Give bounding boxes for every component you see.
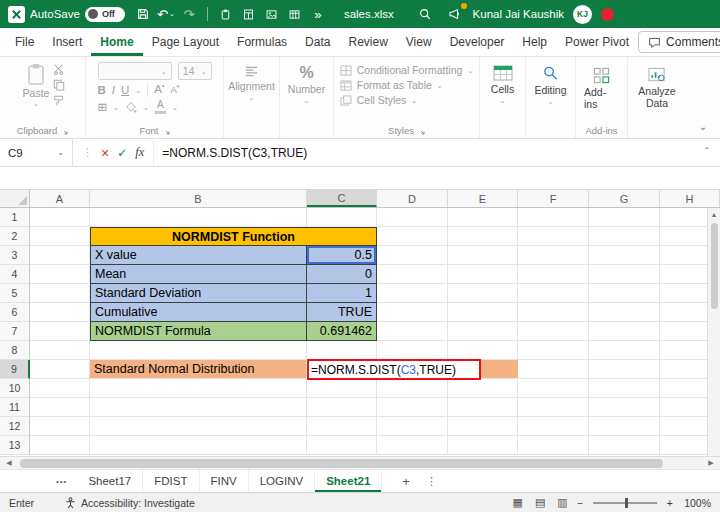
cell[interactable] bbox=[30, 227, 90, 246]
cell[interactable] bbox=[30, 322, 90, 341]
cell[interactable] bbox=[377, 284, 448, 303]
cell-b6-label[interactable]: Cumulative bbox=[90, 303, 307, 322]
cell[interactable] bbox=[589, 265, 660, 284]
horizontal-scrollbar[interactable]: ◀ ▶ bbox=[0, 456, 720, 469]
column-header-f[interactable]: F bbox=[518, 190, 589, 207]
user-name[interactable]: Kunal Jai Kaushik bbox=[473, 8, 564, 20]
zoom-in-icon[interactable]: + bbox=[667, 497, 673, 509]
horizontal-scroll-track[interactable] bbox=[18, 459, 702, 468]
underline-button[interactable]: U bbox=[121, 84, 129, 96]
cell-c9-edit-area[interactable]: =NORM.S.DIST(C3,TRUE) bbox=[307, 360, 518, 379]
fill-color-button[interactable] bbox=[125, 101, 137, 113]
ribbon-tab-review[interactable]: Review bbox=[339, 28, 396, 56]
column-header-h[interactable]: H bbox=[660, 190, 720, 207]
select-all-button[interactable] bbox=[0, 190, 30, 207]
cell-b9-label[interactable]: Standard Normal Distribution bbox=[90, 360, 307, 379]
row-header-3[interactable]: 3 bbox=[0, 246, 30, 265]
ribbon-tab-page-layout[interactable]: Page Layout bbox=[143, 28, 228, 56]
font-name-combobox[interactable]: ⌄ bbox=[98, 62, 172, 80]
normal-view-icon[interactable]: ▦ bbox=[510, 496, 526, 509]
cell-c3-value[interactable]: 0.5 bbox=[307, 246, 377, 265]
cell[interactable] bbox=[377, 322, 448, 341]
column-header-c[interactable]: C bbox=[307, 190, 377, 207]
cell[interactable] bbox=[589, 246, 660, 265]
cell[interactable] bbox=[518, 227, 589, 246]
horizontal-scroll-thumb[interactable] bbox=[20, 459, 663, 468]
ribbon-tab-power-pivot[interactable]: Power Pivot bbox=[556, 28, 638, 56]
cell[interactable] bbox=[518, 246, 589, 265]
comments-button[interactable]: Comments bbox=[638, 31, 720, 53]
scroll-up-icon[interactable]: ▲ bbox=[711, 208, 718, 221]
font-size-combobox[interactable]: 14⌄ bbox=[178, 62, 212, 80]
cell[interactable] bbox=[30, 341, 90, 360]
cell[interactable] bbox=[30, 398, 90, 417]
cells-button[interactable]: Cells ⌄ bbox=[483, 61, 522, 138]
cell[interactable] bbox=[377, 379, 448, 398]
sheet-list-more-icon[interactable]: ••• bbox=[46, 477, 77, 486]
row-header-4[interactable]: 4 bbox=[0, 265, 30, 284]
analyze-data-button[interactable]: Analyze Data bbox=[628, 61, 686, 138]
cell[interactable] bbox=[30, 265, 90, 284]
cell[interactable] bbox=[518, 379, 589, 398]
cell[interactable] bbox=[518, 417, 589, 436]
cell[interactable] bbox=[448, 341, 518, 360]
cell[interactable] bbox=[589, 284, 660, 303]
cell[interactable] bbox=[30, 208, 90, 227]
cell[interactable] bbox=[377, 417, 448, 436]
sheet-tab-sheet17[interactable]: Sheet17 bbox=[77, 470, 143, 492]
cell[interactable] bbox=[90, 379, 307, 398]
accessibility-checker[interactable]: Accessibility: Investigate bbox=[65, 497, 195, 509]
ribbon-tab-developer[interactable]: Developer bbox=[441, 28, 514, 56]
column-header-d[interactable]: D bbox=[377, 190, 448, 207]
sheet-tab-finv[interactable]: FINV bbox=[200, 470, 249, 492]
autosave-toggle[interactable]: Off bbox=[85, 7, 125, 22]
insert-function-button[interactable]: fx bbox=[135, 145, 144, 160]
underline-dropdown-icon[interactable]: ⌄ bbox=[135, 87, 141, 94]
cell[interactable] bbox=[377, 227, 448, 246]
cell-c4-value[interactable]: 0 bbox=[307, 265, 377, 284]
cell[interactable] bbox=[589, 341, 660, 360]
cell[interactable] bbox=[90, 436, 307, 455]
cell[interactable] bbox=[90, 398, 307, 417]
new-sheet-button[interactable]: + bbox=[398, 474, 414, 489]
search-icon[interactable] bbox=[415, 4, 435, 24]
cell-b2-title[interactable]: NORMDIST Function bbox=[90, 227, 377, 246]
cell[interactable] bbox=[518, 341, 589, 360]
cell[interactable] bbox=[377, 303, 448, 322]
ribbon-tab-data[interactable]: Data bbox=[296, 28, 339, 56]
cell[interactable] bbox=[589, 360, 660, 379]
cell[interactable] bbox=[307, 417, 377, 436]
increase-font-button[interactable]: A▴ bbox=[154, 84, 164, 96]
cell[interactable] bbox=[30, 360, 90, 379]
row-header-7[interactable]: 7 bbox=[0, 322, 30, 341]
cell-b3-label[interactable]: X value bbox=[90, 246, 307, 265]
cell-styles-button[interactable]: Cell Styles ⌄ bbox=[340, 94, 474, 106]
clipboard-icon[interactable] bbox=[216, 4, 236, 24]
confirm-entry-button[interactable]: ✓ bbox=[117, 147, 127, 159]
cell[interactable] bbox=[518, 284, 589, 303]
cut-icon[interactable] bbox=[53, 64, 66, 75]
cell[interactable] bbox=[518, 265, 589, 284]
ribbon-tab-help[interactable]: Help bbox=[513, 28, 556, 56]
formula-input[interactable]: =NORM.S.DIST(C3,TRUE) bbox=[153, 139, 694, 166]
cell[interactable] bbox=[90, 208, 307, 227]
cell[interactable] bbox=[448, 208, 518, 227]
cell[interactable] bbox=[307, 436, 377, 455]
vertical-scrollbar[interactable]: ▲ bbox=[707, 208, 720, 456]
font-color-button[interactable]: A bbox=[155, 100, 166, 114]
cell[interactable] bbox=[30, 303, 90, 322]
cell[interactable] bbox=[448, 303, 518, 322]
cell[interactable] bbox=[448, 246, 518, 265]
ribbon-tab-home[interactable]: Home bbox=[91, 28, 142, 56]
cell[interactable] bbox=[377, 341, 448, 360]
decrease-font-button[interactable]: A▾ bbox=[170, 85, 179, 95]
sheet-options-icon[interactable]: ⋮ bbox=[426, 475, 437, 488]
undo-icon[interactable]: ↶⌄ bbox=[156, 4, 176, 24]
notifications-icon[interactable] bbox=[444, 4, 464, 24]
vertical-scroll-thumb[interactable] bbox=[711, 223, 718, 309]
cell[interactable] bbox=[589, 436, 660, 455]
ribbon-tab-file[interactable]: File bbox=[6, 28, 43, 56]
cell[interactable] bbox=[448, 227, 518, 246]
row-header-12[interactable]: 12 bbox=[0, 417, 30, 436]
picture-icon[interactable] bbox=[262, 4, 282, 24]
